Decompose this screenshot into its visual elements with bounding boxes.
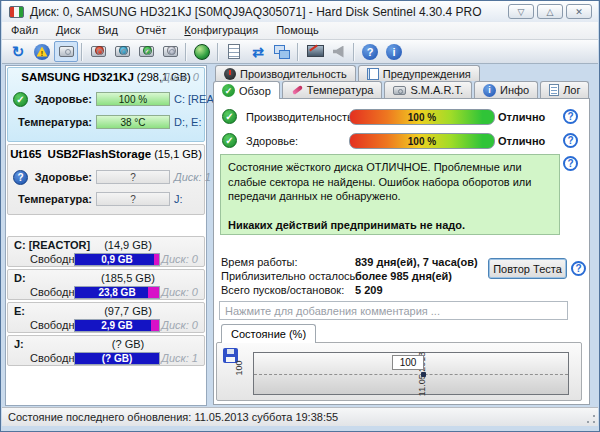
device-disk-number: Диск: 1 [174,171,211,183]
menu-disk[interactable]: Диск [47,22,89,39]
toolbar-separator [297,43,299,61]
disk-temperature-icon[interactable] [110,41,134,62]
app-window: Диск: 0, SAMSUNG HD321KJ [S0MQJ9AQ305071… [0,0,600,432]
help-retest-icon[interactable]: ? [571,261,586,276]
performance-ok-icon: ✓ [222,109,237,124]
help-icon[interactable]: ? [358,41,382,62]
partition-name: J: [14,338,24,350]
menu-bar: Файл Диск Вид Отчёт Конфигурация Помощь [2,22,598,40]
tab-condition-chart[interactable]: Состояние (%) [221,324,316,343]
menu-view[interactable]: Вид [89,22,127,39]
toolbar: ↻ ! ✓ ⇄ ? i [2,40,598,64]
free-space-bar: (? GB) [74,352,160,365]
device-header: Ut165 USB2FlashStorage (15,1 GB) [8,145,204,160]
partition-size: (? GB) [68,338,188,350]
partition-name: D: [14,272,26,284]
temperature-bar: 38 °C [96,115,170,129]
disk-health-icon[interactable]: ✓ [134,41,158,62]
free-segment [151,320,159,331]
sound-alerts-icon[interactable] [326,41,350,62]
estimated-remaining-value: более 985 дня(ей) [355,270,452,282]
performance-label: Производительность: [246,111,356,123]
refresh-icon[interactable]: ↻ [6,41,30,62]
thermometer-icon [291,84,303,96]
partition-row-d[interactable]: D: (185,5 GB) Свободно 23,8 GB Диск: 0 [7,269,205,300]
network-disks-icon[interactable] [190,41,214,62]
partition-size: (185,5 GB) [68,272,188,284]
tab-row-primary: ✓Обзор Температура S.M.A.R.T. iИнфо Лог [213,81,589,98]
estimated-remaining-label: Приблизительно осталось: [221,270,358,282]
status-bar-text: Состояние последнего обновления: 11.05.2… [8,411,338,423]
gauge-icon [224,68,236,80]
menu-report[interactable]: Отчёт [127,22,175,39]
toolbar-separator [217,43,219,61]
comment-input[interactable] [219,301,568,320]
help-performance-icon[interactable]: ? [563,109,578,124]
partition-row-e[interactable]: E: (97,7 GB) Свободно 2,9 GB Диск: 0 [7,302,205,333]
pages-icon [367,68,379,80]
partition-row-c[interactable]: C: [REACTOR] (14,9 GB) Свободно 0,9 GB Д… [7,236,205,267]
performance-rating: Отлично [498,111,545,123]
tab-performance[interactable]: Производительность [215,65,356,81]
partition-row-j[interactable]: J: (? GB) Свободно (? GB) Диск: 1 [7,335,205,366]
resize-grip[interactable] [586,414,595,423]
health-label: Здоровье: [246,135,298,147]
status-bar: Состояние последнего обновления: 11.05.2… [2,407,598,426]
tab-row-secondary: Производительность Предупреждения [215,65,480,81]
alerts-icon[interactable]: ! [30,41,54,62]
partition-disk-number: Диск: 0 [161,253,198,265]
health-bar: 100 % [96,92,170,106]
device-item-usb[interactable]: Ut165 USB2FlashStorage (15,1 GB) ? Здоро… [7,144,205,215]
tab-smart[interactable]: S.M.A.R.T. [384,81,472,98]
power-on-time-value: 839 дня(ей), 7 часа(ов) [355,256,478,268]
device-panel: SAMSUNG HD321KJ (298,1 GB) Диск: 0 ✓ Здо… [5,65,207,406]
check-icon: ✓ [222,84,235,97]
help-status-icon[interactable]: ? [563,156,578,171]
partition-name: E: [14,305,25,317]
remote-monitor-icon[interactable] [270,41,294,62]
device-size: (15,1 GB) [154,148,202,160]
tab-info[interactable]: iИнфо [474,81,538,98]
maximize-button[interactable] [537,4,563,19]
toolbar-separator [81,43,83,61]
device-header: SAMSUNG HD321KJ (298,1 GB) Диск: 0 [8,68,204,83]
disk-analyze-icon[interactable] [158,41,182,62]
disk-overview-icon[interactable] [54,41,78,62]
retest-button[interactable]: Повтор Теста [488,258,567,279]
free-label: Свободно [30,319,81,331]
close-button[interactable] [566,4,592,19]
tab-log[interactable]: Лог [540,81,589,98]
health-label: Здоровье: [8,171,92,183]
partition-size: (14,9 GB) [68,239,188,251]
menu-help[interactable]: Помощь [267,22,328,39]
status-action: Никаких действий предпринимать не надо. [228,218,552,233]
device-disk-number: Диск: 0 [162,71,199,83]
free-space-bar: 2,9 GB [74,319,160,332]
tab-temperature[interactable]: Температура [282,81,383,98]
data-point[interactable] [421,372,426,377]
toolbar-separator [185,43,187,61]
temperature-bar: ? [96,192,170,206]
device-name: Ut165 [10,148,41,160]
minimize-button[interactable] [508,4,534,19]
help-health-icon[interactable]: ? [563,133,578,148]
disk-performance-icon[interactable] [86,41,110,62]
free-label: Свободно [30,352,81,364]
tab-overview[interactable]: ✓Обзор [213,81,280,99]
about-icon[interactable]: i [382,41,406,62]
log-icon [549,84,559,96]
free-segment [148,287,159,298]
menu-configuration[interactable]: Конфигурация [175,22,267,39]
window-title: Диск: 0, SAMSUNG HD321KJ [S0MQJ9AQ305071… [30,5,482,19]
status-message: Состояние жёсткого диска ОТЛИЧНОЕ. Пробл… [228,160,552,204]
menu-file[interactable]: Файл [2,22,47,39]
status-message-box: Состояние жёсткого диска ОТЛИЧНОЕ. Пробл… [220,154,560,235]
device-name: SAMSUNG HD321KJ [21,71,133,83]
y-axis-tick: 100 [234,360,244,375]
sync-icon[interactable]: ⇄ [246,41,270,62]
device-item-samsung[interactable]: SAMSUNG HD321KJ (298,1 GB) Диск: 0 ✓ Здо… [7,67,205,142]
tab-alerts[interactable]: Предупреждения [358,65,480,81]
report-icon[interactable] [222,41,246,62]
surface-test-icon[interactable] [302,41,326,62]
condition-chart-plot: 11.05.2013 100 [253,352,569,395]
